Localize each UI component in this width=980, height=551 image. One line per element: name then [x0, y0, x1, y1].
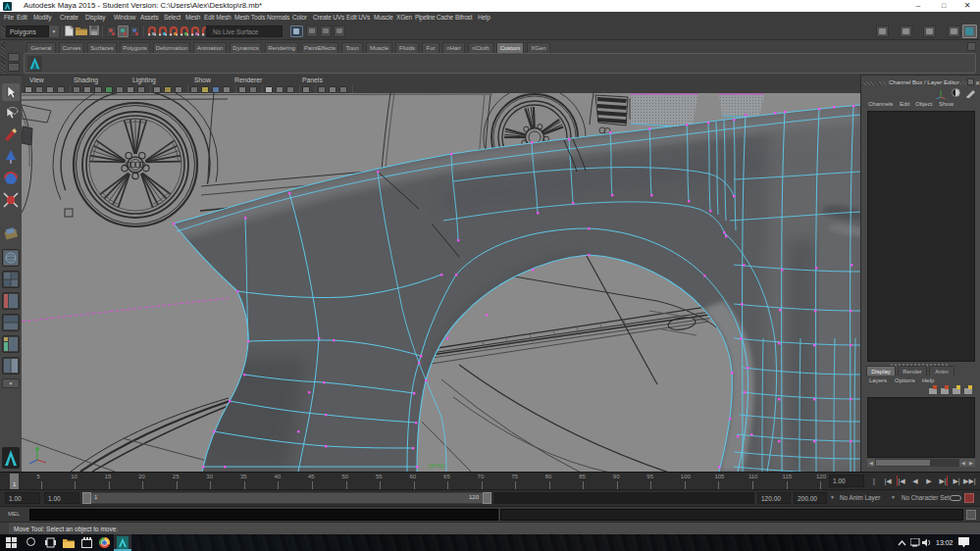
svg-text:persp: persp — [429, 462, 445, 470]
